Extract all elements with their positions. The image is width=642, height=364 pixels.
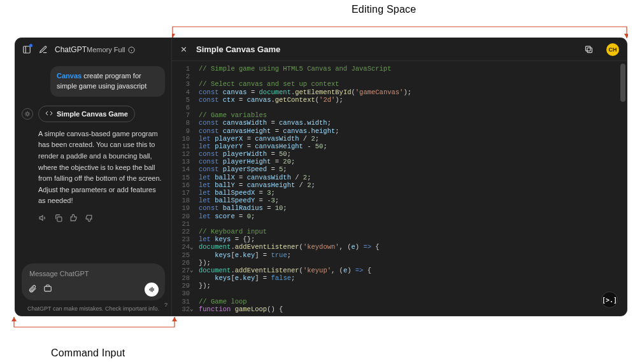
chat-title: ChatGPT <box>55 45 87 54</box>
app-window: ChatGPT Memory Full Canvas create progra… <box>15 38 627 316</box>
attach-icon[interactable] <box>28 284 37 295</box>
copy-icon[interactable] <box>54 213 62 222</box>
editor-title: Simple Canvas Game <box>196 45 280 54</box>
user-avatar[interactable]: CH <box>606 43 619 56</box>
svg-rect-15 <box>587 48 592 53</box>
user-message: Canvas create program for simple game us… <box>50 66 165 97</box>
fold-caret-icon[interactable]: ⌄ <box>190 305 193 312</box>
code-area[interactable]: 1234567891011121314151617181920212223242… <box>172 61 627 316</box>
svg-rect-16 <box>585 46 590 52</box>
thumbs-down-icon[interactable] <box>84 213 93 222</box>
toggle-sidebar-icon[interactable] <box>22 45 32 55</box>
chat-panel: ChatGPT Memory Full Canvas create progra… <box>15 38 172 316</box>
canvas-chip[interactable]: Simple Canvas Game <box>38 106 135 122</box>
tools-icon[interactable] <box>43 284 52 295</box>
svg-rect-8 <box>45 286 52 291</box>
svg-rect-9 <box>150 289 150 291</box>
disclaimer: ChatGPT can make mistakes. Check importa… <box>15 303 171 316</box>
vertical-scrollbar[interactable] <box>620 64 625 308</box>
code-lines[interactable]: // Simple game using HTML5 Canvas and Ja… <box>199 65 615 313</box>
message-actions <box>38 213 165 222</box>
chat-header: ChatGPT Memory Full <box>15 38 171 61</box>
svg-rect-10 <box>151 288 152 291</box>
fold-caret-icon[interactable]: ⌄ <box>190 267 193 274</box>
editor-panel: Simple Canvas Game CH 123456789101112131… <box>172 38 627 316</box>
close-icon[interactable] <box>180 45 189 54</box>
editor-header: Simple Canvas Game CH <box>172 38 627 61</box>
fold-caret-icon[interactable]: ⌄ <box>190 244 193 251</box>
callout-bracket-top <box>172 19 628 39</box>
svg-rect-11 <box>152 287 153 292</box>
line-gutter: 1234567891011121314151617181920212223242… <box>172 65 195 313</box>
svg-marker-6 <box>39 215 43 220</box>
scrollbar-thumb[interactable] <box>620 64 625 102</box>
voice-button[interactable] <box>145 283 159 297</box>
help-icon[interactable]: ? <box>164 302 168 308</box>
code-icon <box>45 109 53 118</box>
user-message-highlight: Canvas <box>57 72 82 80</box>
read-aloud-icon[interactable] <box>38 213 47 222</box>
thumbs-up-icon[interactable] <box>69 213 78 222</box>
messages: Canvas create program for simple game us… <box>15 61 171 258</box>
copy-to-clipboard-icon[interactable] <box>583 45 594 55</box>
composer-input[interactable]: Message ChatGPT <box>28 269 159 283</box>
assistant-message: Simple Canvas Game A simple canvas-based… <box>22 106 165 222</box>
assistant-text: A simple canvas-based game program has b… <box>38 129 165 207</box>
canvas-chip-label: Simple Canvas Game <box>57 110 128 118</box>
info-icon[interactable] <box>128 46 136 53</box>
svg-rect-0 <box>24 46 31 53</box>
svg-rect-12 <box>153 288 154 291</box>
composer: Message ChatGPT <box>15 258 171 303</box>
composer-box[interactable]: Message ChatGPT <box>22 263 165 300</box>
svg-rect-7 <box>57 216 61 221</box>
svg-point-5 <box>26 113 29 115</box>
run-button[interactable]: [>.] <box>601 291 618 308</box>
new-chat-icon[interactable] <box>38 45 48 55</box>
assistant-avatar-icon <box>22 108 33 120</box>
memory-badge[interactable]: Memory Full <box>87 46 125 53</box>
callout-command-input: Command Input <box>51 347 125 359</box>
callout-editing-space: Editing Space <box>352 4 416 15</box>
callout-bracket-bottom <box>11 316 177 333</box>
